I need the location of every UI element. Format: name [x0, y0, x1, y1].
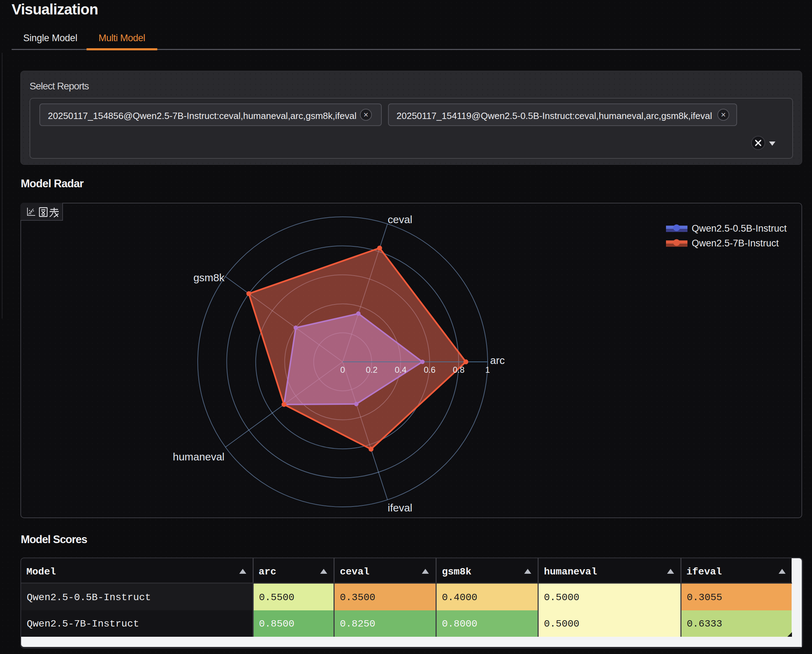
svg-text:ceval: ceval — [388, 214, 412, 225]
svg-text:Qwen2.5-7B-Instruct: Qwen2.5-7B-Instruct — [692, 238, 779, 249]
svg-text:1: 1 — [485, 365, 490, 374]
svg-text:0: 0 — [340, 365, 345, 374]
svg-text:Qwen2.5-0.5B-Instruct: Qwen2.5-0.5B-Instruct — [692, 223, 787, 234]
svg-text:0.8: 0.8 — [453, 365, 464, 374]
svg-text:0.6: 0.6 — [424, 365, 435, 374]
svg-text:humaneval: humaneval — [173, 451, 224, 463]
svg-text:0.2: 0.2 — [366, 365, 377, 374]
svg-text:0.4: 0.4 — [395, 365, 406, 374]
svg-text:gsm8k: gsm8k — [194, 272, 225, 283]
svg-text:ifeval: ifeval — [388, 502, 412, 513]
svg-text:arc: arc — [490, 355, 505, 366]
